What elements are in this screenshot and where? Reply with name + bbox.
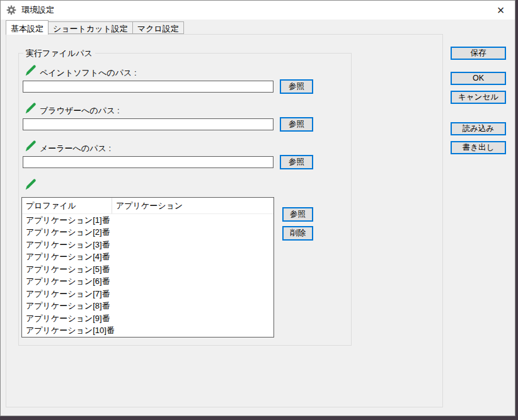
list-item[interactable]: アプリケーション[9]番 bbox=[22, 312, 273, 325]
profile-browse-button[interactable]: 参照 bbox=[282, 207, 313, 222]
browser-path-input[interactable] bbox=[23, 118, 273, 130]
title-bar: 環境設定 × bbox=[1, 1, 515, 20]
pencil-icon bbox=[24, 101, 38, 115]
list-item[interactable]: アプリケーション[6]番 bbox=[22, 276, 273, 288]
save-button[interactable]: 保存 bbox=[451, 47, 506, 60]
list-item[interactable]: アプリケーション[10]番 bbox=[22, 325, 273, 338]
column-header-profile[interactable]: プロファイル bbox=[22, 198, 112, 213]
pencil-icon bbox=[24, 178, 38, 191]
list-item[interactable]: アプリケーション[8]番 bbox=[22, 300, 273, 313]
browser-path-label: ブラウザーへのパス : bbox=[40, 105, 120, 116]
column-header-application[interactable]: アプリケーション bbox=[112, 198, 273, 213]
profile-delete-button[interactable]: 削除 bbox=[282, 226, 313, 241]
mailer-browse-button[interactable]: 参照 bbox=[280, 155, 313, 169]
browser-browse-button[interactable]: 参照 bbox=[280, 117, 313, 132]
paint-path-label: ペイントソフトへのパス : bbox=[40, 67, 137, 79]
paint-browse-button[interactable]: 参照 bbox=[280, 79, 313, 94]
load-button[interactable]: 読み込み bbox=[451, 122, 506, 135]
export-button[interactable]: 書き出し bbox=[451, 141, 506, 154]
tab-strip: 基本設定 ショートカット設定 マクロ設定 bbox=[6, 20, 184, 34]
pencil-icon bbox=[24, 64, 38, 77]
mailer-path-input[interactable] bbox=[23, 156, 273, 168]
list-item[interactable]: アプリケーション[3]番 bbox=[22, 239, 273, 251]
list-header: プロファイル アプリケーション bbox=[22, 198, 273, 214]
tab-shortcut-settings[interactable]: ショートカット設定 bbox=[49, 21, 133, 34]
tab-macro-settings[interactable]: マクロ設定 bbox=[133, 21, 184, 34]
settings-dialog: 環境設定 × 基本設定 ショートカット設定 マクロ設定 実行ファイルパス ペイン… bbox=[0, 0, 515, 416]
list-item[interactable]: アプリケーション[5]番 bbox=[22, 263, 273, 276]
close-button[interactable]: × bbox=[486, 1, 515, 20]
groupbox-title: 実行ファイルパス bbox=[23, 48, 95, 59]
mailer-path-label: メーラーへのパス : bbox=[40, 143, 111, 154]
list-item[interactable]: アプリケーション[1]番 bbox=[22, 214, 273, 227]
pencil-icon bbox=[24, 139, 38, 153]
ok-button[interactable]: OK bbox=[451, 72, 506, 85]
list-item[interactable]: アプリケーション[7]番 bbox=[22, 288, 273, 300]
profile-listview: プロファイル アプリケーション アプリケーション[1]番 アプリケーション[2]… bbox=[21, 197, 274, 338]
window-title: 環境設定 bbox=[21, 4, 54, 16]
list-item[interactable]: アプリケーション[4]番 bbox=[22, 251, 273, 264]
list-item[interactable]: アプリケーション[2]番 bbox=[22, 227, 273, 239]
cancel-button[interactable]: キャンセル bbox=[451, 91, 506, 104]
paint-path-input[interactable] bbox=[23, 81, 273, 93]
tab-basic-settings[interactable]: 基本設定 bbox=[6, 20, 49, 35]
gear-icon bbox=[6, 5, 16, 15]
